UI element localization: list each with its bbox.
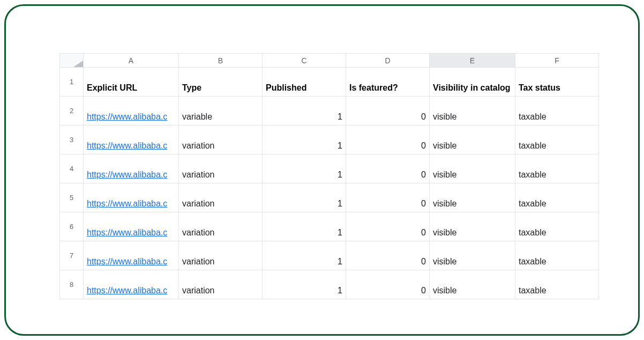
cell-tax[interactable]: taxable — [515, 212, 599, 241]
table-row: 5 https://www.alibaba.c variation 1 0 vi… — [60, 183, 599, 212]
spreadsheet-grid[interactable]: A B C D E F 1 Explicit URL Type Publishe… — [59, 53, 599, 299]
cell-type[interactable]: variable — [179, 97, 263, 125]
col-header-C[interactable]: C — [263, 54, 346, 68]
cell-featured[interactable]: 0 — [346, 212, 430, 241]
url-link[interactable]: https://www.alibaba.c — [87, 286, 167, 295]
col-header-A[interactable]: A — [84, 54, 179, 68]
table-row: 6 https://www.alibaba.c variation 1 0 vi… — [60, 212, 599, 241]
cell-published[interactable]: 1 — [263, 241, 346, 270]
row-number[interactable]: 8 — [60, 270, 84, 299]
frame-border: A B C D E F 1 Explicit URL Type Publishe… — [4, 4, 640, 336]
col-header-F[interactable]: F — [515, 54, 599, 68]
cell-D1[interactable]: Is featured? — [346, 68, 430, 97]
cell-type[interactable]: variation — [179, 183, 263, 212]
cell-url[interactable]: https://www.alibaba.c — [84, 183, 179, 212]
cell-url[interactable]: https://www.alibaba.c — [84, 241, 179, 270]
cell-featured[interactable]: 0 — [346, 241, 430, 270]
cell-published[interactable]: 1 — [263, 125, 346, 154]
cell-visibility[interactable]: visible — [430, 154, 515, 183]
row-number[interactable]: 4 — [60, 154, 84, 183]
cell-type[interactable]: variation — [179, 241, 263, 270]
cell-tax[interactable]: taxable — [515, 97, 599, 125]
table-row: 1 Explicit URL Type Published Is feature… — [60, 68, 599, 97]
col-header-B[interactable]: B — [179, 54, 263, 68]
row-number[interactable]: 6 — [60, 212, 84, 241]
cell-F1[interactable]: Tax status — [515, 68, 599, 97]
cell-featured[interactable]: 0 — [346, 125, 430, 154]
url-link[interactable]: https://www.alibaba.c — [87, 199, 167, 208]
cell-featured[interactable]: 0 — [346, 183, 430, 212]
cell-visibility[interactable]: visible — [430, 125, 515, 154]
cell-url[interactable]: https://www.alibaba.c — [84, 270, 179, 299]
cell-url[interactable]: https://www.alibaba.c — [84, 212, 179, 241]
row-number[interactable]: 1 — [60, 68, 84, 97]
select-all-corner[interactable] — [60, 54, 84, 68]
cell-visibility[interactable]: visible — [430, 183, 515, 212]
cell-url[interactable]: https://www.alibaba.c — [84, 97, 179, 125]
col-header-E[interactable]: E — [430, 54, 515, 68]
url-link[interactable]: https://www.alibaba.c — [87, 228, 167, 237]
cell-type[interactable]: variation — [179, 125, 263, 154]
spreadsheet: A B C D E F 1 Explicit URL Type Publishe… — [59, 53, 585, 299]
cell-published[interactable]: 1 — [263, 212, 346, 241]
row-number[interactable]: 2 — [60, 97, 84, 125]
cell-published[interactable]: 1 — [263, 154, 346, 183]
col-header-D[interactable]: D — [346, 54, 430, 68]
cell-type[interactable]: variation — [179, 212, 263, 241]
cell-tax[interactable]: taxable — [515, 183, 599, 212]
cell-featured[interactable]: 0 — [346, 97, 430, 125]
cell-published[interactable]: 1 — [263, 97, 346, 125]
column-header-row: A B C D E F — [60, 54, 599, 68]
table-row: 3 https://www.alibaba.c variation 1 0 vi… — [60, 125, 599, 154]
table-row: 8 https://www.alibaba.c variation 1 0 vi… — [60, 270, 599, 299]
table-row: 4 https://www.alibaba.c variation 1 0 vi… — [60, 154, 599, 183]
url-link[interactable]: https://www.alibaba.c — [87, 257, 167, 266]
url-link[interactable]: https://www.alibaba.c — [87, 141, 167, 150]
row-number[interactable]: 5 — [60, 183, 84, 212]
url-link[interactable]: https://www.alibaba.c — [87, 170, 167, 179]
row-number[interactable]: 7 — [60, 241, 84, 270]
cell-featured[interactable]: 0 — [346, 270, 430, 299]
cell-E1[interactable]: Visibility in catalog — [430, 68, 515, 97]
cell-tax[interactable]: taxable — [515, 154, 599, 183]
cell-url[interactable]: https://www.alibaba.c — [84, 125, 179, 154]
cell-featured[interactable]: 0 — [346, 154, 430, 183]
cell-C1[interactable]: Published — [263, 68, 346, 97]
cell-A1[interactable]: Explicit URL — [84, 68, 179, 97]
cell-visibility[interactable]: visible — [430, 212, 515, 241]
url-link[interactable]: https://www.alibaba.c — [87, 112, 167, 121]
cell-tax[interactable]: taxable — [515, 241, 599, 270]
cell-type[interactable]: variation — [179, 270, 263, 299]
cell-B1[interactable]: Type — [179, 68, 263, 97]
cell-type[interactable]: variation — [179, 154, 263, 183]
table-row: 7 https://www.alibaba.c variation 1 0 vi… — [60, 241, 599, 270]
table-row: 2 https://www.alibaba.c variable 1 0 vis… — [60, 97, 599, 125]
row-number[interactable]: 3 — [60, 125, 84, 154]
cell-visibility[interactable]: visible — [430, 97, 515, 125]
cell-tax[interactable]: taxable — [515, 125, 599, 154]
cell-visibility[interactable]: visible — [430, 270, 515, 299]
cell-published[interactable]: 1 — [263, 183, 346, 212]
cell-published[interactable]: 1 — [263, 270, 346, 299]
cell-visibility[interactable]: visible — [430, 241, 515, 270]
cell-url[interactable]: https://www.alibaba.c — [84, 154, 179, 183]
cell-tax[interactable]: taxable — [515, 270, 599, 299]
